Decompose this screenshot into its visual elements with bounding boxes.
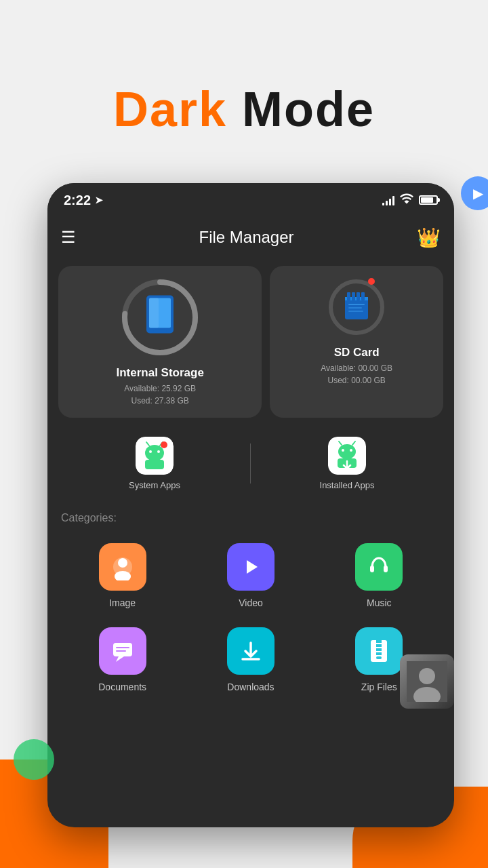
music-icon <box>355 543 403 591</box>
svg-point-35 <box>118 558 127 568</box>
svg-rect-14 <box>348 307 362 309</box>
zip-label: Zip Files <box>361 682 397 692</box>
svg-rect-13 <box>348 304 365 305</box>
svg-point-18 <box>149 450 152 453</box>
storage-section: Internal Storage Available: 25.92 GB Use… <box>47 258 454 426</box>
svg-rect-4 <box>153 330 167 332</box>
internal-storage-card[interactable]: Internal Storage Available: 25.92 GB Use… <box>58 266 262 418</box>
wifi-icon <box>400 193 413 207</box>
svg-point-27 <box>350 449 352 452</box>
svg-point-19 <box>157 450 160 453</box>
svg-point-25 <box>338 444 356 459</box>
svg-rect-42 <box>116 647 129 648</box>
categories-label: Categories: <box>47 504 454 535</box>
category-music[interactable]: Music <box>315 535 443 619</box>
image-label: Image <box>109 597 136 608</box>
nav-arrow-icon: ➤ <box>95 195 103 205</box>
signal-icon <box>382 195 394 205</box>
svg-point-17 <box>145 445 164 461</box>
svg-rect-11 <box>357 292 360 300</box>
sd-card-circle <box>326 277 387 338</box>
svg-marker-41 <box>116 656 124 662</box>
svg-rect-45 <box>376 640 382 643</box>
status-icons <box>382 193 438 207</box>
svg-rect-48 <box>376 652 382 655</box>
svg-rect-15 <box>348 311 363 312</box>
svg-rect-47 <box>376 648 382 651</box>
floating-circle-left <box>14 739 54 780</box>
title-dark-word: Dark <box>113 82 227 136</box>
svg-point-32 <box>419 668 435 684</box>
system-apps-icon <box>136 437 174 475</box>
svg-rect-40 <box>113 643 132 656</box>
menu-button[interactable]: ☰ <box>61 228 76 247</box>
svg-rect-38 <box>370 566 374 572</box>
installed-apps-label: Installed Apps <box>320 480 375 490</box>
sd-card-card[interactable]: SD Card Available: 00.00 GB Used: 00.00 … <box>270 266 443 418</box>
category-video[interactable]: Video <box>186 535 314 619</box>
internal-storage-circle <box>119 277 201 358</box>
svg-rect-46 <box>376 644 382 647</box>
svg-rect-22 <box>145 460 164 469</box>
category-documents[interactable]: Documents <box>58 619 186 703</box>
title-mode-word: Mode <box>242 82 375 136</box>
person-thumbnail <box>400 654 454 709</box>
svg-marker-37 <box>247 560 258 574</box>
app-header: ☰ File Manager 👑 <box>47 217 454 258</box>
system-apps-item[interactable]: System Apps <box>58 437 251 490</box>
category-downloads[interactable]: Downloads <box>186 619 314 703</box>
battery-icon <box>419 195 438 205</box>
status-bar: 2:22 ➤ <box>47 183 454 217</box>
installed-apps-icon <box>328 437 366 475</box>
sd-card-info: Available: 00.00 GB Used: 00.00 GB <box>321 362 392 387</box>
apps-row: System Apps Installed Apps <box>47 426 454 504</box>
documents-icon <box>99 627 146 675</box>
status-time: 2:22 ➤ <box>64 193 103 208</box>
svg-rect-43 <box>116 650 126 652</box>
downloads-label: Downloads <box>227 682 274 692</box>
floating-button-right[interactable]: ▶ <box>461 176 488 210</box>
svg-rect-5 <box>149 298 159 328</box>
sd-card-name: SD Card <box>334 346 380 359</box>
phone-mockup: 2:22 ➤ ☰ File Manager 👑 <box>47 183 454 827</box>
category-image[interactable]: Image <box>58 535 186 619</box>
internal-storage-name: Internal Storage <box>116 366 203 380</box>
svg-rect-10 <box>352 292 355 300</box>
video-icon <box>227 543 274 591</box>
downloads-icon <box>227 627 274 675</box>
image-icon <box>99 543 146 591</box>
categories-grid: Image Video Music <box>47 535 454 703</box>
installed-apps-item[interactable]: Installed Apps <box>251 437 443 490</box>
svg-point-23 <box>161 441 167 448</box>
svg-point-26 <box>342 449 344 452</box>
hero-title: Dark Mode <box>0 81 488 137</box>
svg-rect-39 <box>384 566 388 572</box>
zip-icon <box>355 627 403 675</box>
documents-label: Documents <box>98 682 146 692</box>
music-label: Music <box>367 597 392 608</box>
svg-rect-9 <box>347 292 350 300</box>
crown-icon[interactable]: 👑 <box>417 226 441 249</box>
video-label: Video <box>239 597 263 608</box>
app-title: File Manager <box>199 228 293 247</box>
svg-rect-12 <box>361 292 365 300</box>
svg-rect-49 <box>376 656 382 659</box>
internal-storage-info: Available: 25.92 GB Used: 27.38 GB <box>124 382 196 407</box>
system-apps-label: System Apps <box>129 480 180 490</box>
